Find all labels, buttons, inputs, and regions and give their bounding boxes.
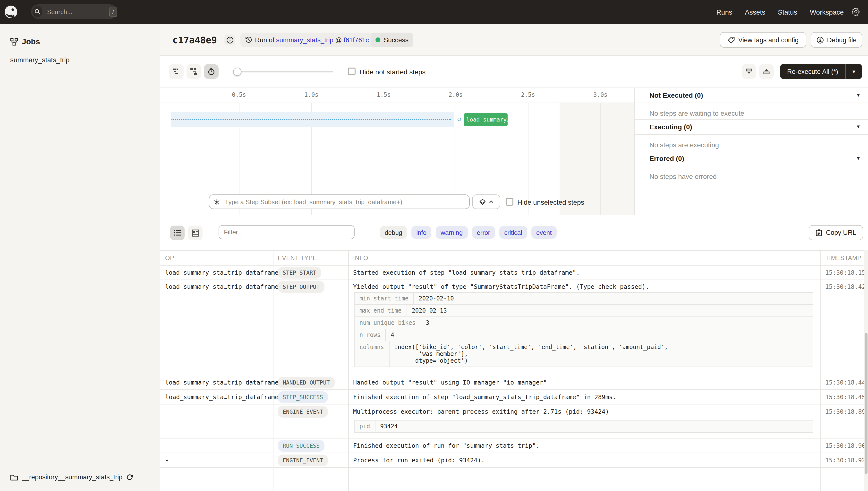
nav-runs[interactable]: Runs xyxy=(716,8,732,16)
level-critical[interactable]: critical xyxy=(499,226,527,239)
sidebar-item-job[interactable]: summary_stats_trip xyxy=(10,56,69,64)
collapse-selector-button[interactable] xyxy=(472,195,500,209)
zoom-in-fit-icon[interactable] xyxy=(759,64,774,79)
log-structured-view-button[interactable] xyxy=(188,226,203,240)
metadata-key: num_unique_bikes xyxy=(354,317,421,329)
view-tags-config-button[interactable]: View tags and config xyxy=(720,32,806,48)
job-link[interactable]: summary_stats_trip xyxy=(276,36,334,44)
row-op: - xyxy=(165,442,169,449)
chevron-up-icon xyxy=(489,200,493,203)
log-row[interactable]: - ENGINE_EVENT Multiprocess executor: pa… xyxy=(160,404,868,438)
settings-gear-icon[interactable] xyxy=(851,7,860,16)
section-not-executed[interactable]: Not Executed (0) ▼ xyxy=(649,87,861,103)
log-row[interactable]: - RUN_SUCCESS Finished execution of run … xyxy=(160,438,868,453)
gantt-timing-view-button[interactable] xyxy=(204,64,219,79)
row-info: Finished execution of run for "summary_s… xyxy=(353,442,540,449)
metadata-row: n_rows 4 xyxy=(354,329,813,341)
folder-icon xyxy=(10,474,18,481)
success-dot-icon xyxy=(375,37,380,42)
level-error[interactable]: error xyxy=(472,226,495,239)
debug-file-button[interactable]: Debug file xyxy=(811,32,862,48)
event-type-badge: STEP_OUTPUT xyxy=(278,281,324,293)
row-op: load_summary_sta…trip_dataframe xyxy=(165,283,279,290)
level-event[interactable]: event xyxy=(531,226,557,239)
row-timestamp: 15:30:18.152 xyxy=(825,269,868,276)
reexecute-dropdown-button[interactable]: ▼ xyxy=(845,64,862,79)
col-header-op: OP xyxy=(165,255,174,262)
nav-status[interactable]: Status xyxy=(778,8,797,16)
global-search[interactable]: / xyxy=(31,4,117,19)
axis-tick: 3.0s xyxy=(593,91,608,98)
search-shortcut-key: / xyxy=(109,6,117,17)
history-icon xyxy=(245,36,252,43)
log-row[interactable]: load_summary_sta…trip_dataframe STEP_OUT… xyxy=(160,280,868,375)
run-info-icon[interactable] xyxy=(224,34,235,45)
log-row[interactable]: - ENGINE_EVENT Process for run exited (p… xyxy=(160,453,868,467)
reexecute-all-button[interactable]: Re-execute All (*) xyxy=(780,64,845,79)
axis-tick: 0.5s xyxy=(232,91,246,98)
hide-not-started-checkbox[interactable] xyxy=(348,67,355,75)
clipboard-icon xyxy=(816,229,823,236)
row-op: - xyxy=(165,408,169,415)
copy-url-button[interactable]: Copy URL xyxy=(809,225,863,240)
log-row[interactable]: load_summary_sta…trip_dataframe STEP_STA… xyxy=(160,265,868,280)
col-header-timestamp: TIMESTAMP xyxy=(825,255,862,262)
event-type-badge: HANDLED_OUTPUT xyxy=(278,377,335,388)
gantt-flat-view-button[interactable] xyxy=(169,64,184,79)
debug-file-label: Debug file xyxy=(827,36,857,44)
section-title: Not Executed (0) xyxy=(649,91,703,99)
metadata-value: 2020-02-10 xyxy=(414,293,459,304)
section-executing[interactable]: Executing (0) ▼ xyxy=(649,119,861,134)
section-errored[interactable]: Errored (0) ▼ xyxy=(649,151,861,166)
row-info: Started execution of step "load_summary_… xyxy=(353,269,580,276)
row-timestamp: 15:30:18.895 xyxy=(825,408,868,415)
log-list-view-button[interactable] xyxy=(170,226,185,240)
step-start-marker xyxy=(458,118,461,121)
commit-link[interactable]: f61f761c xyxy=(344,36,369,44)
log-row[interactable]: load_summary_sta…trip_dataframe STEP_SUC… xyxy=(160,389,868,404)
axis-tick: 1.5s xyxy=(377,91,391,98)
level-info[interactable]: info xyxy=(411,226,431,239)
gantt-step-bar[interactable]: load_summary… xyxy=(464,113,507,126)
metadata-value: 93424 xyxy=(375,421,402,432)
event-type-badge: STEP_START xyxy=(278,267,321,279)
section-empty-text: No steps are executing xyxy=(649,141,719,149)
nav-assets[interactable]: Assets xyxy=(745,8,765,16)
zoom-slider-thumb[interactable] xyxy=(233,67,241,76)
gantt-bottom-divider xyxy=(160,215,868,215)
nav-workspace[interactable]: Workspace xyxy=(810,8,844,16)
zoom-slider-track[interactable] xyxy=(233,71,333,73)
metadata-value: 4 xyxy=(386,329,399,341)
level-warning[interactable]: warning xyxy=(436,226,467,239)
log-filter-input[interactable] xyxy=(219,225,354,239)
log-scrollbar-thumb[interactable] xyxy=(864,333,867,474)
gantt-waterfall-view-button[interactable] xyxy=(187,64,201,79)
log-row[interactable]: load_summary_sta…trip_dataframe HANDLED_… xyxy=(160,375,868,389)
reload-repository-icon[interactable] xyxy=(126,474,133,481)
row-op: load_summary_sta…trip_dataframe xyxy=(165,379,279,386)
metadata-key: max_end_time xyxy=(354,305,407,316)
row-info: Handled output "result" using IO manager… xyxy=(353,379,547,386)
chevron-down-icon: ▼ xyxy=(851,69,856,74)
hide-unselected-checkbox[interactable] xyxy=(506,198,514,206)
dagster-logo[interactable] xyxy=(4,5,18,19)
view-tags-config-label: View tags and config xyxy=(738,36,799,44)
event-type-badge: RUN_SUCCESS xyxy=(278,440,324,452)
output-metadata-table: min_start_time 2020-02-10 max_end_time 2… xyxy=(354,292,813,367)
row-info: Process for run exited (pid: 93424). xyxy=(353,457,485,464)
beyond-run-end-region xyxy=(560,103,634,215)
event-type-badge: STEP_SUCCESS xyxy=(278,391,328,403)
row-timestamp: 15:30:18.929 xyxy=(825,457,868,464)
search-input[interactable] xyxy=(46,7,97,16)
event-type-badge: ENGINE_EVENT xyxy=(278,406,328,417)
step-subset-input[interactable] xyxy=(220,196,463,208)
reexecute-all-label: Re-execute All (*) xyxy=(787,68,838,75)
zoom-out-fit-icon[interactable] xyxy=(742,64,756,79)
section-title: Executing (0) xyxy=(649,123,692,131)
row-op: - xyxy=(165,457,169,464)
level-debug[interactable]: debug xyxy=(380,226,407,239)
axis-tick: 2.5s xyxy=(521,91,535,98)
log-table: OP EVENT TYPE INFO TIMESTAMP load_summar… xyxy=(160,250,868,491)
step-subset-input-wrap xyxy=(209,195,470,209)
row-timestamp: 15:30:18.442 xyxy=(825,379,868,386)
